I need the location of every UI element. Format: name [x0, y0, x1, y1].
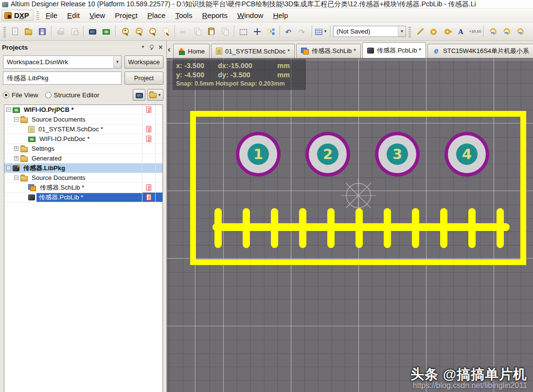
menu-item-view[interactable]: View: [85, 10, 110, 21]
view-3d-button[interactable]: [86, 25, 99, 38]
panel-open-button[interactable]: ▼: [147, 89, 163, 101]
collapse-icon[interactable]: −: [14, 176, 18, 180]
zoom-area-button[interactable]: [145, 25, 159, 38]
open-document-button[interactable]: [22, 25, 35, 38]
pad-1[interactable]: 1: [236, 132, 281, 177]
tree-row[interactable]: −传感器.LibPkg: [4, 163, 162, 173]
save-button[interactable]: [36, 25, 49, 38]
workspace-combo-dropdown-icon[interactable]: ▼: [113, 56, 121, 68]
collapse-icon[interactable]: −: [6, 107, 11, 112]
tree-row[interactable]: −WIFI-IO.PrjPCB *: [4, 105, 162, 115]
open-dropdown-icon[interactable]: ▼: [158, 93, 161, 97]
new-document-button[interactable]: [8, 25, 21, 38]
pcb-editor-button[interactable]: [100, 25, 113, 38]
pad-hole: 4: [456, 143, 478, 165]
hud-unit: mm: [277, 61, 290, 71]
comb-tooth[interactable]: [327, 208, 335, 248]
menu-item-dxp[interactable]: DXP: [1, 10, 34, 21]
place-line-button[interactable]: [413, 25, 426, 38]
expand-icon[interactable]: +: [14, 146, 18, 151]
zoom-in-button[interactable]: [118, 25, 131, 38]
project-combo[interactable]: 传感器.LibPkg: [3, 71, 122, 85]
snap-grid-dropdown-icon[interactable]: ▼: [323, 29, 327, 34]
comb-tooth[interactable]: [468, 208, 476, 248]
tab-schdoc[interactable]: 01_SYSTEM.SchDoc *: [211, 44, 295, 58]
pcb-canvas[interactable]: x: -3.500 dx:-15.000 mm y: -4.500 dy: -3…: [167, 58, 533, 392]
menu-item-window[interactable]: Window: [232, 10, 268, 21]
file-view-radio[interactable]: [3, 92, 9, 98]
pad-4[interactable]: 4: [444, 132, 489, 177]
place-pad-button[interactable]: [427, 25, 440, 38]
tab-pcblib[interactable]: 传感器.PcbLib *: [362, 42, 426, 58]
comb-tooth[interactable]: [497, 208, 504, 248]
menu-item-place[interactable]: Place: [142, 10, 171, 21]
place-coordinate-button[interactable]: +10,10: [468, 25, 481, 38]
structure-editor-radio[interactable]: [45, 92, 52, 98]
menu-bar: DXPFileEditViewProjectPlaceToolsReportsW…: [0, 9, 533, 22]
panel-menu-icon[interactable]: [140, 44, 146, 51]
tab-scroll-left-icon[interactable]: ‹: [167, 45, 172, 55]
workspace-combo[interactable]: Workspace1.DsnWrk ▼: [3, 55, 122, 69]
modified-flag-cell: [142, 163, 155, 173]
place-arc-angle-button[interactable]: [514, 25, 527, 38]
tab-home[interactable]: Home: [173, 44, 210, 58]
comb-tooth[interactable]: [299, 208, 306, 248]
comb-tooth[interactable]: [412, 208, 419, 248]
pad-2[interactable]: 2: [305, 132, 350, 177]
workspace-button[interactable]: Workspace: [124, 55, 163, 69]
panel-close-icon[interactable]: [158, 44, 163, 51]
paste-button[interactable]: [205, 25, 218, 38]
menu-item-reports[interactable]: Reports: [197, 10, 232, 21]
cross-select-button[interactable]: [264, 25, 277, 38]
folder-icon: [20, 118, 28, 123]
comb-tooth[interactable]: [440, 208, 447, 248]
select-region-button[interactable]: [237, 25, 250, 38]
tab-stc[interactable]: STC15W4K16S4单片机最小系: [427, 44, 533, 58]
hud-x: x: -3.500: [176, 61, 218, 71]
toolbar-separator: [115, 25, 116, 37]
panel-chip-button[interactable]: [133, 89, 145, 101]
snap-grid-button[interactable]: ▼: [315, 25, 328, 38]
place-string-button[interactable]: [454, 25, 467, 38]
menu-item-help[interactable]: Help: [268, 10, 293, 21]
tree-row[interactable]: 传感器.SchLib *: [4, 183, 162, 193]
hud-dx: dx:-15.000: [218, 61, 277, 71]
menu-item-tools[interactable]: Tools: [170, 10, 197, 21]
place-arc-edge-button[interactable]: [486, 25, 499, 38]
comb-tooth[interactable]: [355, 208, 363, 248]
tab-schlib[interactable]: 传感器.SchLib *: [296, 44, 361, 58]
collapse-icon[interactable]: −: [14, 117, 18, 122]
saved-state-dropdown-icon[interactable]: ▼: [398, 26, 406, 36]
saved-state-combo[interactable]: (Not Saved)▼: [333, 26, 406, 37]
paste-array-icon: [221, 28, 229, 35]
collapse-icon[interactable]: −: [6, 166, 11, 170]
comb-tooth[interactable]: [243, 208, 250, 248]
zoom-selection-button[interactable]: [159, 25, 172, 38]
tree-row[interactable]: 01_SYSTEM.SchDoc *: [4, 125, 162, 134]
move-selection-button[interactable]: [250, 25, 264, 38]
open-document-icon: [25, 30, 32, 35]
project-tree: −WIFI-IO.PrjPCB *−Source Documents01_SYS…: [4, 105, 163, 392]
menu-item-edit[interactable]: Edit: [62, 10, 85, 21]
expand-icon[interactable]: +: [14, 156, 18, 160]
tree-row[interactable]: 传感器.PcbLib *: [4, 193, 162, 202]
pad-hole: 1: [248, 143, 269, 165]
schlib-tab-icon: [301, 48, 309, 54]
comb-tooth[interactable]: [271, 208, 278, 248]
project-button[interactable]: Project: [124, 71, 163, 85]
comb-tooth[interactable]: [214, 208, 222, 248]
menu-item-project[interactable]: Project: [110, 10, 142, 21]
undo-button[interactable]: [283, 25, 296, 38]
panel-pin-icon[interactable]: [149, 44, 154, 50]
menu-item-file[interactable]: File: [41, 10, 62, 21]
tree-row[interactable]: +Generated: [4, 154, 162, 163]
tree-row[interactable]: WIFI-IO.PcbDoc *: [4, 134, 162, 144]
tree-row[interactable]: −Source Documents: [4, 173, 162, 183]
zoom-out-button[interactable]: [132, 25, 145, 38]
place-via-button[interactable]: [441, 25, 454, 38]
place-arc-center-button[interactable]: [500, 25, 513, 38]
tree-row[interactable]: +Settings: [4, 144, 162, 154]
pad-3[interactable]: 3: [375, 132, 420, 177]
tree-row[interactable]: −Source Documents: [4, 115, 162, 125]
comb-tooth[interactable]: [384, 208, 391, 248]
